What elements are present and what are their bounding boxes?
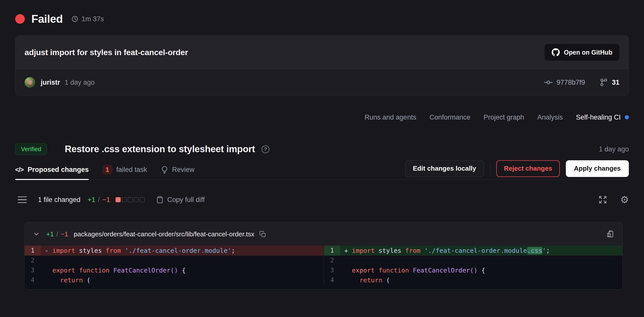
- active-tab-underline: [15, 179, 89, 180]
- failed-status-icon: [15, 14, 25, 24]
- diff-line: 2: [25, 256, 324, 265]
- gear-icon[interactable]: ⚙: [620, 195, 629, 205]
- line-number: 3: [324, 265, 340, 275]
- lightbulb-icon: [161, 166, 168, 174]
- nav-item-conformance[interactable]: Conformance: [430, 114, 470, 121]
- diff-square: [122, 197, 127, 202]
- help-glyph: ?: [264, 146, 267, 152]
- tab-label: failed task: [116, 166, 147, 174]
- clock-icon: [71, 15, 78, 22]
- blue-dot-icon: [625, 115, 629, 119]
- fix-title: Restore .css extension to stylesheet imp…: [65, 144, 255, 154]
- commit-card-bottom: juristr 1 day ago 9778b7f9 31: [15, 69, 629, 96]
- file-deletions: −1: [61, 230, 68, 238]
- nav-item-label: Self-healing CI: [576, 114, 621, 121]
- author-avatar: [25, 77, 35, 88]
- fix-header: Verified Restore .css extension to style…: [15, 141, 629, 157]
- file-list-menu-icon[interactable]: [18, 195, 27, 204]
- open-on-github-label: Open on GitHub: [564, 49, 612, 56]
- tab-label: Review: [172, 166, 195, 174]
- diff-square: [140, 197, 145, 202]
- apply-changes-button[interactable]: Apply changes: [566, 160, 629, 177]
- diff-line: 3 export function FeatCancelOrder() {: [25, 265, 324, 275]
- copy-file-diff-icon[interactable]: [606, 230, 614, 238]
- status-row: Failed 1m 37s: [15, 13, 629, 25]
- tab-review[interactable]: Review: [161, 160, 195, 179]
- diff-squares: [116, 197, 145, 202]
- nav-item-self-healing-ci[interactable]: Self-healing CI: [576, 114, 629, 121]
- diff-card: +1 / −1 packages/orders/feat-cancel-orde…: [24, 222, 623, 289]
- file-path: packages/orders/feat-cancel-order/src/li…: [74, 230, 254, 238]
- git-fork-icon: [599, 78, 608, 87]
- copy-full-diff-label: Copy full diff: [167, 196, 205, 204]
- commit-timestamp: 1 day ago: [65, 79, 95, 86]
- line-number: 2: [25, 256, 41, 265]
- reject-changes-button[interactable]: Reject changes: [496, 160, 560, 177]
- diff-line: 1+ import styles from './feat-cancel-ord…: [324, 246, 622, 256]
- diff-code-area: 1- import styles from './feat-cancel-ord…: [25, 246, 622, 289]
- tabs-row: </> Proposed changes 1 failed task Revie…: [15, 160, 629, 180]
- nav-item-project-graph[interactable]: Project graph: [484, 114, 524, 121]
- workspace-nav: Runs and agents Conformance Project grap…: [15, 111, 629, 124]
- edit-changes-locally-button[interactable]: Edit changes locally: [405, 160, 484, 177]
- diff-toolbar: 1 file changed +1 / −1 Copy full diff ⚙: [15, 192, 629, 208]
- line-number: 3: [25, 265, 41, 275]
- app-root: Failed 1m 37s adjust import for styles i…: [0, 0, 644, 317]
- status-label: Failed: [31, 13, 63, 25]
- failed-count-badge: 1: [102, 165, 112, 175]
- diff-line: 2: [324, 256, 622, 265]
- line-number: 1: [324, 246, 340, 256]
- diff-square: [116, 197, 121, 202]
- author-name: juristr: [41, 79, 60, 86]
- commit-title: adjust import for styles in feat-cancel-…: [25, 48, 188, 57]
- commit-meta: 9778b7f9 31: [544, 78, 619, 87]
- additions-count: +1: [88, 196, 95, 204]
- line-number: 1: [25, 246, 41, 256]
- diff-line: 4 return (: [324, 275, 622, 285]
- diff-square: [134, 197, 139, 202]
- copy-full-diff-button[interactable]: Copy full diff: [156, 196, 205, 204]
- clipboard-icon: [156, 196, 164, 203]
- file-diff-stats: +1 / −1: [46, 230, 68, 238]
- branch-count: 31: [612, 79, 619, 86]
- tab-label: Proposed changes: [28, 166, 89, 174]
- copy-path-icon[interactable]: [259, 231, 266, 238]
- run-duration: 1m 37s: [81, 15, 104, 23]
- chevron-down-icon[interactable]: [33, 230, 40, 238]
- diff-square: [128, 197, 133, 202]
- diff-file-header: +1 / −1 packages/orders/feat-cancel-orde…: [25, 222, 622, 246]
- branch-count-group[interactable]: 31: [599, 78, 619, 87]
- commit-card: adjust import for styles in feat-cancel-…: [15, 35, 629, 96]
- page: Failed 1m 37s adjust import for styles i…: [0, 0, 644, 289]
- vertical-divider: [490, 162, 490, 176]
- action-buttons: Edit changes locally Reject changes Appl…: [405, 160, 629, 177]
- line-number: 4: [25, 275, 41, 285]
- commit-sha: 9778b7f9: [556, 79, 585, 86]
- help-icon[interactable]: ?: [262, 145, 269, 153]
- diff-pane-old: 1- import styles from './feat-cancel-ord…: [25, 246, 324, 285]
- line-number: 4: [324, 275, 340, 285]
- diff-pane-new: 1+ import styles from './feat-cancel-ord…: [324, 246, 622, 285]
- commit-icon: [544, 78, 553, 87]
- stats-separator: /: [98, 196, 100, 204]
- tab-proposed-changes[interactable]: </> Proposed changes: [15, 160, 89, 179]
- diff-line: 1- import styles from './feat-cancel-ord…: [25, 246, 324, 256]
- author-group: juristr 1 day ago: [25, 77, 95, 88]
- line-number: 2: [324, 256, 340, 265]
- diff-line: 3 export function FeatCancelOrder() {: [324, 265, 622, 275]
- files-changed-label: 1 file changed: [38, 196, 80, 204]
- tab-failed-task[interactable]: 1 failed task: [102, 160, 147, 179]
- expand-icon[interactable]: [598, 195, 607, 204]
- nav-item-runs-and-agents[interactable]: Runs and agents: [365, 114, 416, 121]
- toolbar-right: ⚙: [598, 195, 629, 205]
- file-stats-separator: /: [56, 230, 58, 238]
- nav-item-analysis[interactable]: Analysis: [537, 114, 563, 121]
- verified-badge: Verified: [15, 143, 47, 155]
- github-icon: [552, 48, 560, 56]
- commit-sha-group[interactable]: 9778b7f9: [544, 78, 585, 87]
- fix-timestamp: 1 day ago: [599, 145, 629, 153]
- file-additions: +1: [46, 230, 54, 238]
- deletions-count: −1: [102, 196, 110, 204]
- diff-stats: +1 / −1: [88, 196, 110, 204]
- open-on-github-button[interactable]: Open on GitHub: [545, 44, 619, 61]
